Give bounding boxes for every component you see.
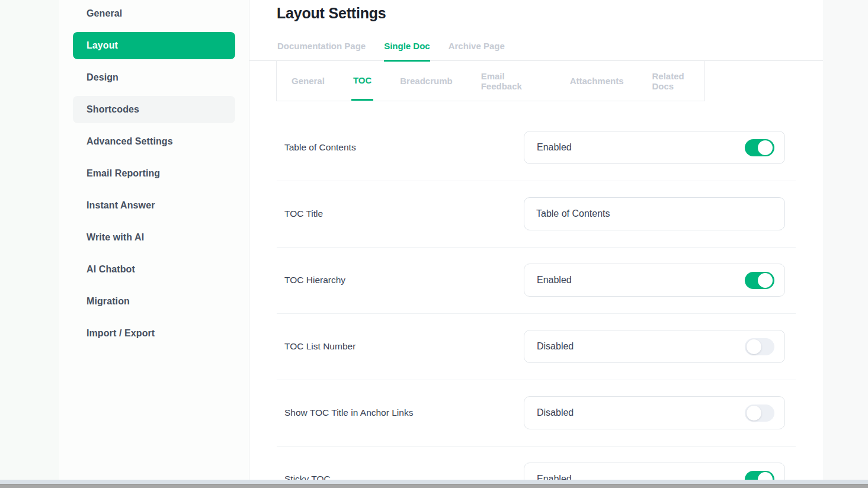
settings-sidebar: General Layout Design Shortcodes Advance… <box>59 0 249 480</box>
sidebar-item-advanced-settings[interactable]: Advanced Settings <box>73 128 235 155</box>
sidebar-item-label: Email Reporting <box>87 168 160 179</box>
sidebar-item-general[interactable]: General <box>73 0 235 27</box>
subtab-breadcrumb[interactable]: Breadcrumb <box>398 61 454 101</box>
setting-row-toc-title: TOC Title <box>277 181 796 248</box>
page-tabbar: Documentation PageSingle DocArchive Page <box>249 41 823 61</box>
settings-list: Table of Contents Enabled TOC Title TOC … <box>277 101 796 488</box>
sidebar-item-shortcodes[interactable]: Shortcodes <box>73 96 235 123</box>
tab-single-doc[interactable]: Single Doc <box>384 41 430 62</box>
right-gutter <box>823 0 868 480</box>
sidebar-item-ai-chatbot[interactable]: AI Chatbot <box>73 256 235 283</box>
subtab-attachments[interactable]: Attachments <box>568 61 626 101</box>
setting-label: TOC List Number <box>284 341 355 352</box>
app-window: General Layout Design Shortcodes Advance… <box>0 0 868 488</box>
subtab-toc[interactable]: TOC <box>351 61 373 101</box>
setting-state-label: Enabled <box>537 275 572 285</box>
toggle-knob <box>747 339 761 354</box>
sidebar-item-label: Shortcodes <box>87 104 139 115</box>
sidebar-item-label: Advanced Settings <box>87 136 173 147</box>
horizontal-scrollbar-track <box>0 480 868 484</box>
toggle-knob <box>747 406 761 420</box>
tab-archive-page[interactable]: Archive Page <box>449 41 505 60</box>
main-panel: Layout Settings Documentation PageSingle… <box>249 0 823 480</box>
sidebar-nav: General Layout Design Shortcodes Advance… <box>59 0 249 347</box>
sidebar-item-import-export[interactable]: Import / Export <box>73 320 235 347</box>
sidebar-item-label: Import / Export <box>87 328 155 339</box>
sidebar-item-instant-answer[interactable]: Instant Answer <box>73 192 235 219</box>
toggle-toc-hierarchy[interactable] <box>745 272 774 289</box>
sidebar-item-migration[interactable]: Migration <box>73 288 235 315</box>
subtab-email-feedback[interactable]: Email Feedback <box>479 61 543 101</box>
setting-control: Enabled <box>524 131 785 164</box>
left-gutter <box>0 0 59 480</box>
setting-row-show-toc-title-in-anchor-links: Show TOC Title in Anchor Links Disabled <box>277 380 796 447</box>
sidebar-item-label: General <box>87 8 122 19</box>
setting-label: TOC Hierarchy <box>284 275 345 285</box>
sidebar-item-label: Migration <box>87 296 130 307</box>
setting-control: Disabled <box>524 396 785 429</box>
sidebar-item-label: Instant Answer <box>87 200 155 211</box>
setting-state-label: Disabled <box>537 341 574 352</box>
setting-control: Enabled <box>524 264 785 297</box>
sidebar-item-label: Write with AI <box>87 232 144 243</box>
setting-state-label: Enabled <box>537 142 572 153</box>
toggle-knob <box>758 140 773 155</box>
toggle-knob <box>758 273 773 288</box>
setting-row-table-of-contents: Table of Contents Enabled <box>277 115 796 181</box>
sidebar-item-email-reporting[interactable]: Email Reporting <box>73 160 235 187</box>
setting-label: TOC Title <box>284 208 323 219</box>
section-subtabs: GeneralTOCBreadcrumbEmail FeedbackAttach… <box>276 61 705 101</box>
sidebar-item-label: Layout <box>87 40 118 51</box>
setting-row-toc-list-number: TOC List Number Disabled <box>277 314 796 380</box>
sidebar-item-layout[interactable]: Layout <box>73 32 235 59</box>
setting-label: Table of Contents <box>284 142 356 153</box>
sidebar-item-design[interactable]: Design <box>73 64 235 91</box>
setting-label: Show TOC Title in Anchor Links <box>284 407 413 418</box>
input-toc-title[interactable] <box>524 197 785 230</box>
tab-documentation-page[interactable]: Documentation Page <box>277 41 366 60</box>
horizontal-scrollbar[interactable] <box>0 484 868 488</box>
toggle-toc-list-number[interactable] <box>745 338 774 355</box>
subtab-general[interactable]: General <box>290 61 326 101</box>
toggle-table-of-contents[interactable] <box>745 139 774 156</box>
setting-row-toc-hierarchy: TOC Hierarchy Enabled <box>277 248 796 314</box>
sidebar-item-label: AI Chatbot <box>87 264 135 275</box>
sidebar-item-write-with-ai[interactable]: Write with AI <box>73 224 235 251</box>
toggle-show-toc-title-in-anchor-links[interactable] <box>745 404 774 422</box>
sidebar-item-label: Design <box>87 72 118 83</box>
setting-state-label: Disabled <box>537 407 574 418</box>
setting-control: Disabled <box>524 330 785 363</box>
subtab-related-docs[interactable]: Related Docs <box>651 61 705 101</box>
page-title: Layout Settings <box>277 5 823 22</box>
